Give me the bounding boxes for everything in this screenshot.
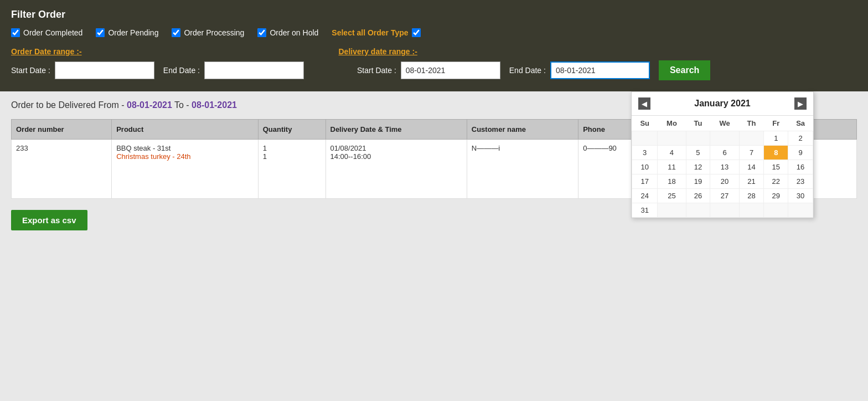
calendar-dow: Fr bbox=[764, 116, 788, 131]
search-button[interactable]: Search bbox=[659, 60, 710, 80]
calendar-day[interactable]: 22 bbox=[764, 174, 788, 189]
calendar-day[interactable]: 1 bbox=[764, 131, 788, 146]
calendar-popup: ◀ January 2021 ▶ SuMoTuWeThFrSa 12345678… bbox=[631, 91, 814, 218]
checkbox-order-processing[interactable]: Order Processing bbox=[172, 28, 244, 37]
calendar-day bbox=[710, 131, 739, 146]
calendar-dow: Th bbox=[739, 116, 764, 131]
calendar-day[interactable]: 25 bbox=[658, 189, 686, 203]
calendar-day[interactable]: 21 bbox=[739, 174, 764, 189]
order-end-date-input[interactable] bbox=[204, 61, 304, 79]
checkbox-select-all-input[interactable] bbox=[412, 28, 421, 37]
calendar-month-year: January 2021 bbox=[694, 99, 750, 109]
delivery-start-date-input[interactable] bbox=[401, 61, 500, 79]
checkbox-order-hold[interactable]: Order on Hold bbox=[257, 28, 318, 37]
col-delivery-datetime: Delivery Date & Time bbox=[326, 120, 467, 140]
calendar-day bbox=[658, 203, 686, 218]
calendar-day[interactable]: 4 bbox=[658, 146, 686, 160]
order-start-date-label: Start Date : bbox=[11, 66, 50, 75]
calendar-day[interactable]: 16 bbox=[788, 160, 813, 174]
calendar-day[interactable]: 27 bbox=[710, 189, 739, 203]
calendar-day[interactable]: 12 bbox=[686, 160, 710, 174]
checkbox-completed-input[interactable] bbox=[11, 28, 20, 37]
date-inputs-row: Start Date : End Date : Start Date : End… bbox=[11, 60, 857, 80]
calendar-dow: Mo bbox=[658, 116, 686, 131]
calendar-day[interactable]: 15 bbox=[764, 160, 788, 174]
checkboxes-row: Order Completed Order Pending Order Proc… bbox=[11, 28, 857, 37]
calendar-day[interactable]: 7 bbox=[739, 146, 764, 160]
checkbox-pending-input[interactable] bbox=[96, 28, 105, 37]
calendar-day[interactable]: 10 bbox=[632, 160, 658, 174]
calendar-day bbox=[788, 203, 813, 218]
calendar-day bbox=[739, 203, 764, 218]
calendar-day bbox=[710, 203, 739, 218]
calendar-day[interactable]: 30 bbox=[788, 189, 813, 203]
calendar-dow: Tu bbox=[686, 116, 710, 131]
calendar-day[interactable]: 13 bbox=[710, 160, 739, 174]
calendar-day[interactable]: 9 bbox=[788, 146, 813, 160]
cell-delivery-datetime: 01/08/202114:00--16:00 bbox=[326, 140, 467, 199]
calendar-day[interactable]: 18 bbox=[658, 174, 686, 189]
calendar-day[interactable]: 5 bbox=[686, 146, 710, 160]
calendar-day[interactable]: 31 bbox=[632, 203, 658, 218]
calendar-day[interactable]: 11 bbox=[658, 160, 686, 174]
calendar-day[interactable]: 3 bbox=[632, 146, 658, 160]
calendar-day[interactable]: 2 bbox=[788, 131, 813, 146]
calendar-next-button[interactable]: ▶ bbox=[794, 97, 807, 110]
calendar-day[interactable]: 24 bbox=[632, 189, 658, 203]
order-start-date-input[interactable] bbox=[55, 61, 154, 79]
cell-order-number: 233 bbox=[12, 140, 112, 199]
checkbox-hold-input[interactable] bbox=[257, 28, 266, 37]
calendar-header: ◀ January 2021 ▶ bbox=[632, 92, 813, 116]
cell-quantity: 11 bbox=[258, 140, 326, 199]
col-order-number: Order number bbox=[12, 120, 112, 140]
col-customer-name: Customer name bbox=[467, 120, 578, 140]
calendar-day[interactable]: 26 bbox=[686, 189, 710, 203]
calendar-prev-button[interactable]: ◀ bbox=[638, 97, 650, 110]
calendar-dow: We bbox=[710, 116, 739, 131]
calendar-day[interactable]: 23 bbox=[788, 174, 813, 189]
calendar-day bbox=[686, 203, 710, 218]
calendar-day[interactable]: 20 bbox=[710, 174, 739, 189]
checkbox-order-completed[interactable]: Order Completed bbox=[11, 28, 82, 37]
calendar-dow: Su bbox=[632, 116, 658, 131]
calendar-day[interactable]: 14 bbox=[739, 160, 764, 174]
checkbox-processing-input[interactable] bbox=[172, 28, 180, 37]
order-end-date-label: End Date : bbox=[163, 66, 200, 75]
calendar-day[interactable]: 19 bbox=[686, 174, 710, 189]
delivery-end-date-input[interactable] bbox=[550, 61, 650, 79]
calendar-day bbox=[764, 203, 788, 218]
checkbox-select-all[interactable]: Select all Order Type bbox=[332, 28, 420, 37]
col-quantity: Quantity bbox=[258, 120, 326, 140]
calendar-day bbox=[632, 131, 658, 146]
delivery-start-date-label: Start Date : bbox=[357, 66, 396, 75]
cell-customer-name: N———i bbox=[467, 140, 578, 199]
calendar-day bbox=[739, 131, 764, 146]
calendar-day bbox=[658, 131, 686, 146]
calendar-day[interactable]: 28 bbox=[739, 189, 764, 203]
filter-bar: Filter Order Order Completed Order Pendi… bbox=[0, 0, 868, 91]
calendar-day[interactable]: 8 bbox=[764, 146, 788, 160]
delivery-end-date-label: End Date : bbox=[509, 66, 546, 75]
checkbox-order-pending[interactable]: Order Pending bbox=[96, 28, 158, 37]
calendar-dow: Sa bbox=[788, 116, 813, 131]
export-csv-button[interactable]: Export as csv bbox=[11, 210, 87, 230]
calendar-grid: SuMoTuWeThFrSa 1234567891011121314151617… bbox=[632, 116, 813, 218]
filter-title: Filter Order bbox=[11, 9, 857, 20]
calendar-day bbox=[686, 131, 710, 146]
cell-product: BBQ steak - 31stChristmas turkey - 24th bbox=[112, 140, 258, 199]
calendar-day[interactable]: 29 bbox=[764, 189, 788, 203]
calendar-day[interactable]: 6 bbox=[710, 146, 739, 160]
delivery-date-range-link[interactable]: Delivery date range :- bbox=[338, 47, 417, 56]
main-content: Order to be Delivered From - 08-01-2021 … bbox=[0, 91, 868, 239]
order-date-range-link[interactable]: Order Date range :- bbox=[11, 47, 82, 56]
col-product: Product bbox=[112, 120, 258, 140]
calendar-day[interactable]: 17 bbox=[632, 174, 658, 189]
